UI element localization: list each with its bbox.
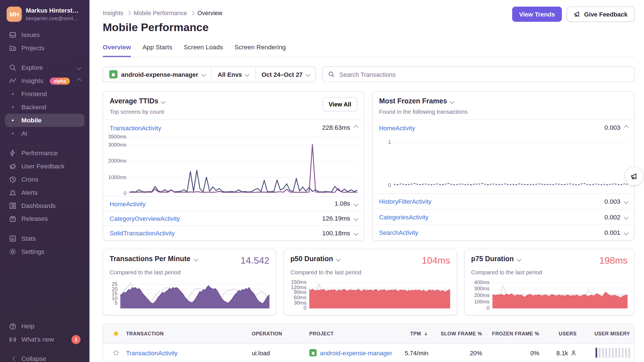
most-frozen-frames-title[interactable]: Most Frozen Frames — [379, 97, 468, 105]
view-trends-button[interactable]: View Trends — [512, 6, 562, 22]
sidebar-item-whats-new[interactable]: What's new 1 — [5, 333, 85, 346]
project-filter[interactable]: android-expense-manager — [103, 67, 211, 82]
p75-title[interactable]: p75 Duration — [471, 255, 520, 263]
bullet-icon — [12, 106, 14, 108]
collapse-row-button[interactable] — [354, 126, 358, 130]
page-title: Mobile Performance — [103, 21, 634, 34]
card-subtitle: Found in the following transactions — [379, 108, 468, 115]
column-header-project[interactable]: PROJECT — [305, 331, 392, 337]
search-input[interactable] — [339, 70, 629, 78]
sidebar-item-issues[interactable]: Issues — [5, 28, 85, 41]
column-header-users[interactable]: USERS — [543, 331, 581, 337]
sidebar-item-ai[interactable]: AI — [5, 127, 85, 140]
page-filter-group: android-expense-manager All Envs Oct 24–… — [103, 66, 316, 82]
tpm-cell: 5.74/min — [392, 349, 433, 356]
sidebar-nav: Issues Projects Explore Insights alpha F… — [5, 28, 85, 258]
search-box — [323, 66, 634, 82]
sidebar-collapse-button[interactable]: Collapse — [5, 352, 85, 362]
tab-screen-loads[interactable]: Screen Loads — [184, 43, 223, 57]
date-range-filter[interactable]: Oct 24–Oct 27 — [255, 67, 316, 82]
transaction-link[interactable]: CategoryOverviewActivity — [110, 215, 180, 222]
whats-new-badge: 1 — [71, 335, 80, 344]
tab-app-starts[interactable]: App Starts — [142, 43, 172, 57]
column-header-slow-frame[interactable]: SLOW FRAME % — [432, 331, 486, 337]
transaction-link[interactable]: SearchActivity — [379, 229, 418, 236]
breadcrumb-separator — [190, 11, 194, 15]
breadcrumb-mobile-performance[interactable]: Mobile Performance — [134, 10, 187, 16]
expand-row-button[interactable] — [624, 215, 628, 219]
sidebar-item-insights[interactable]: Insights alpha — [5, 74, 85, 87]
transaction-link[interactable]: HistoryFilterActivity — [379, 198, 432, 205]
card-subtitle: Compared to the last period — [471, 269, 627, 275]
sidebar-item-crons[interactable]: Crons — [5, 173, 85, 186]
sidebar-item-explore[interactable]: Explore — [5, 61, 85, 74]
sidebar-item-projects[interactable]: Projects — [5, 41, 85, 55]
sidebar-item-backend[interactable]: Backend — [5, 101, 85, 114]
column-header-frozen-frame[interactable]: FROZEN FRAME % — [486, 331, 543, 337]
transaction-link[interactable]: TransactionActivity — [126, 349, 178, 356]
collapse-row-button[interactable] — [624, 126, 628, 130]
transaction-link[interactable]: CategoriesActivity — [379, 214, 428, 221]
transactions-table: TRANSACTION OPERATION PROJECT TPM SLOW F… — [103, 324, 634, 362]
star-toggle[interactable] — [103, 349, 122, 356]
give-feedback-button[interactable]: Give Feedback — [567, 6, 635, 22]
tab-screen-rendering[interactable]: Screen Rendering — [235, 43, 286, 57]
slow-frame-cell: 20% — [432, 349, 486, 356]
environment-filter[interactable]: All Envs — [211, 67, 255, 82]
expand-row-button[interactable] — [354, 216, 358, 221]
main-content: Insights Mobile Performance Overview Vie… — [89, 0, 644, 362]
project-cell: android-expense-manager — [305, 349, 392, 356]
sidebar-item-performance[interactable]: Performance — [5, 147, 85, 160]
sidebar-item-releases[interactable]: Releases — [5, 212, 85, 226]
sidebar-item-stats[interactable]: Stats — [5, 232, 85, 245]
filter-bar: android-expense-manager All Envs Oct 24–… — [103, 66, 634, 82]
user-menu[interactable]: MH Markus Hinterst… benjamin.coe@sent… — [5, 6, 85, 23]
tpm-title[interactable]: Transactions Per Minute — [110, 255, 197, 263]
sidebar-item-dashboards[interactable]: Dashboards — [5, 199, 85, 212]
project-link[interactable]: android-expense-manager — [320, 349, 392, 356]
ttid-chart: 3500ms3000ms2000ms1000ms0 — [110, 134, 357, 194]
card-subtitle: Top screens by count — [110, 108, 165, 115]
transaction-link[interactable]: HomeActivity — [379, 124, 415, 131]
column-header-user-misery[interactable]: USER MISERY — [581, 331, 634, 337]
expand-row-button[interactable] — [354, 202, 358, 206]
dashboards-icon — [9, 202, 16, 209]
user-name: Markus Hinterst… — [26, 7, 78, 14]
sidebar-item-frontend[interactable]: Frontend — [5, 87, 85, 101]
chevron-down-icon — [161, 99, 166, 104]
avatar: MH — [6, 6, 22, 22]
sidebar-item-user-feedback[interactable]: User Feedback — [5, 160, 85, 173]
sidebar-item-mobile[interactable]: Mobile — [5, 114, 85, 127]
p50-title[interactable]: p50 Duration — [290, 255, 340, 263]
list-item: SolidTransactionActivity 100.18ms — [103, 226, 364, 240]
transaction-link[interactable]: HomeActivity — [110, 200, 145, 207]
sort-desc-icon — [423, 331, 428, 336]
expand-row-button[interactable] — [354, 231, 358, 235]
android-icon — [309, 349, 317, 356]
view-all-button[interactable]: View All — [323, 97, 357, 111]
sidebar-item-alerts[interactable]: Alerts — [5, 186, 85, 199]
expanded-row: TransactionActivity 228.63ms — [110, 124, 357, 131]
breadcrumb-insights[interactable]: Insights — [103, 10, 123, 16]
expand-row-button[interactable] — [624, 199, 628, 204]
transaction-link[interactable]: SolidTransactionActivity — [110, 229, 175, 236]
p50-duration-card: p50 Duration 104ms Compared to the last … — [283, 249, 457, 315]
star-column-header[interactable] — [103, 330, 122, 337]
chevron-down-icon — [450, 99, 455, 104]
chevron-down-icon — [336, 257, 340, 261]
tpm-value: 14.542 — [240, 255, 269, 266]
expand-row-button[interactable] — [624, 230, 628, 235]
tab-overview[interactable]: Overview — [103, 43, 131, 57]
issues-icon — [9, 31, 16, 38]
sidebar-item-help[interactable]: Help — [5, 320, 85, 333]
megaphone-icon — [9, 163, 16, 170]
table-row: TransactionActivity ui.load android-expe… — [103, 344, 634, 362]
search-icon — [9, 64, 16, 71]
transaction-link[interactable]: TransactionActivity — [110, 124, 161, 131]
feedback-widget-button[interactable] — [625, 167, 643, 185]
column-header-transaction[interactable]: TRANSACTION — [122, 331, 247, 337]
sidebar-item-settings[interactable]: Settings — [5, 245, 85, 258]
average-ttids-title[interactable]: Average TTIDs — [110, 97, 165, 105]
column-header-operation[interactable]: OPERATION — [248, 331, 305, 337]
column-header-tpm[interactable]: TPM — [392, 331, 433, 337]
